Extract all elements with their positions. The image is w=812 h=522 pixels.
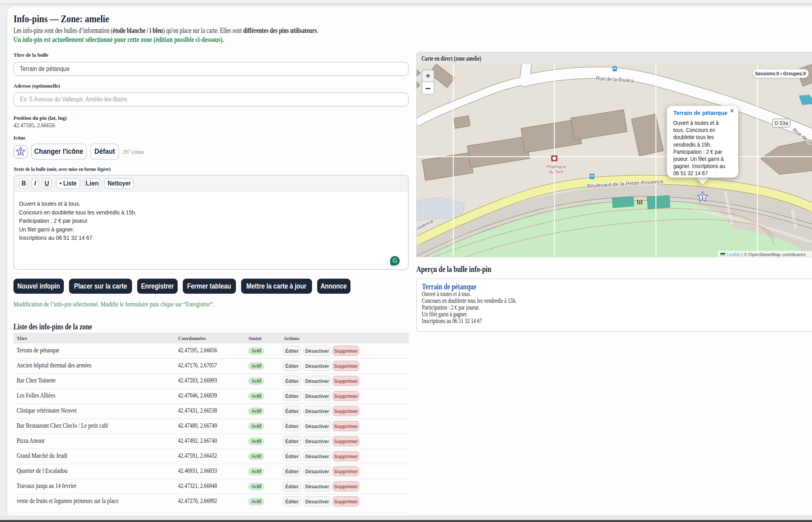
svg-text:Pharmacie: Pharmacie: [546, 164, 566, 170]
svg-text:du Tech: du Tech: [549, 169, 563, 175]
svg-text:D 53a: D 53a: [774, 120, 788, 126]
